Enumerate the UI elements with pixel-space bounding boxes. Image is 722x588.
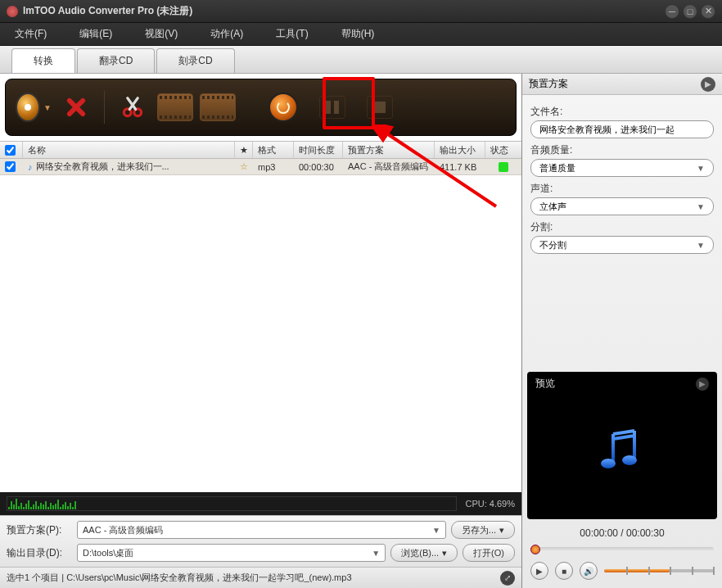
title-bar: ImTOO Audio Converter Pro (未注册) ─ □ ✕ xyxy=(0,0,722,23)
play-button[interactable]: ▶ xyxy=(530,562,548,580)
chevron-down-icon: ▼ xyxy=(697,164,705,173)
playback-slider[interactable] xyxy=(530,547,714,552)
menu-bar: 文件(F) 编辑(E) 视图(V) 动作(A) 工具(T) 帮助(H) xyxy=(0,23,722,46)
quality-combo[interactable]: 普通质量▼ xyxy=(530,159,714,177)
preview-title: 预览 xyxy=(535,377,555,391)
maximize-button[interactable]: □ xyxy=(683,4,697,19)
stop-icon xyxy=(374,102,386,113)
browse-button[interactable]: 浏览(B)...▾ xyxy=(390,544,458,562)
row-size: 411.7 KB xyxy=(435,159,485,174)
status-bar: 选中1 个项目 | C:\Users\pc\Music\网络安全教育视频，进来我… xyxy=(0,567,521,588)
expand-button[interactable]: ⤢ xyxy=(500,571,515,586)
tab-convert[interactable]: 转换 xyxy=(11,48,75,73)
header-format[interactable]: 格式 xyxy=(253,142,294,158)
channel-combo[interactable]: 立体声▼ xyxy=(530,197,714,215)
header-name[interactable]: 名称 xyxy=(23,142,235,158)
preset-panel-header: 预置方案 ▶ xyxy=(522,74,722,95)
main-tabs: 转换 翻录CD 刻录CD xyxy=(0,46,722,74)
output-dir-combo[interactable]: D:\tools\桌面 ▼ xyxy=(77,544,386,562)
x-icon xyxy=(65,96,88,119)
convert-button[interactable] xyxy=(265,89,301,125)
chevron-down-icon: ▼ xyxy=(697,241,705,250)
clip-button-2[interactable] xyxy=(200,89,236,125)
menu-edit[interactable]: 编辑(E) xyxy=(73,24,119,44)
chevron-down-icon: ▼ xyxy=(432,526,440,535)
bottom-controls: 预置方案(P): AAC - 高级音频编码 ▼ 另存为...▾ 输出目录(D):… xyxy=(0,515,521,567)
film-icon xyxy=(200,93,236,121)
cut-button[interactable] xyxy=(115,89,151,125)
convert-icon xyxy=(268,93,298,122)
film-icon xyxy=(157,93,193,121)
column-headers: 名称 ★ 格式 时间长度 预置方案 输出大小 状态 xyxy=(0,141,521,159)
chevron-down-icon: ▼ xyxy=(43,103,52,112)
preset-panel-title: 预置方案 xyxy=(529,77,568,91)
volume-button[interactable]: 🔊 xyxy=(580,562,598,580)
svg-point-3 xyxy=(622,455,637,465)
pause-button[interactable] xyxy=(319,96,345,119)
stop-playback-button[interactable]: ■ xyxy=(555,562,573,580)
header-duration[interactable]: 时间长度 xyxy=(294,142,343,158)
header-status[interactable]: 状态 xyxy=(485,142,521,158)
chevron-down-icon: ▾ xyxy=(499,525,504,536)
close-button[interactable]: ✕ xyxy=(701,4,715,19)
row-duration: 00:00:30 xyxy=(294,159,343,174)
preset-combo[interactable]: AAC - 高级音频编码 ▼ xyxy=(77,521,446,539)
remove-button[interactable] xyxy=(58,89,94,125)
filename-field[interactable]: 网络安全教育视频，进来我们一起 xyxy=(530,120,714,138)
menu-view[interactable]: 视图(V) xyxy=(138,24,184,44)
time-display: 00:00:00 / 00:00:30 xyxy=(522,524,722,542)
table-row[interactable]: ♪ 网络安全教育视频，进来我们一... ☆ mp3 00:00:30 AAC -… xyxy=(0,159,521,175)
row-favorite[interactable]: ☆ xyxy=(235,159,253,174)
row-format: mp3 xyxy=(253,159,294,174)
preview-panel: 预览 ▶ xyxy=(527,372,717,519)
volume-slider[interactable] xyxy=(604,569,714,572)
filename-label: 文件名: xyxy=(530,105,714,119)
stop-button[interactable] xyxy=(367,96,393,119)
cpu-bar: CPU: 4.69% xyxy=(0,492,521,515)
add-files-button[interactable]: ▼ xyxy=(16,89,52,125)
chevron-down-icon: ▼ xyxy=(697,202,705,211)
chevron-down-icon: ▼ xyxy=(372,549,380,558)
status-text: 选中1 个项目 | C:\Users\pc\Music\网络安全教育视频，进来我… xyxy=(7,572,352,584)
player-controls: ▶ ■ 🔊 xyxy=(522,557,722,588)
save-as-button[interactable]: 另存为...▾ xyxy=(451,521,515,539)
output-dir-value: D:\tools\桌面 xyxy=(83,547,133,559)
row-checkbox[interactable] xyxy=(5,161,16,172)
preset-value: AAC - 高级音频编码 xyxy=(83,524,163,536)
open-button[interactable]: 打开(O) xyxy=(463,544,515,562)
split-combo[interactable]: 不分割▼ xyxy=(530,236,714,254)
row-preset: AAC - 高级音频编码 xyxy=(343,159,435,174)
clip-button-1[interactable] xyxy=(157,89,193,125)
menu-action[interactable]: 动作(A) xyxy=(204,24,250,44)
file-list: ♪ 网络安全教育视频，进来我们一... ☆ mp3 00:00:30 AAC -… xyxy=(0,159,521,492)
menu-help[interactable]: 帮助(H) xyxy=(335,24,381,44)
quality-label: 音频质量: xyxy=(530,143,714,157)
music-notes-icon xyxy=(593,423,651,480)
chevron-down-icon: ▾ xyxy=(442,548,447,559)
tab-burn-cd[interactable]: 刻录CD xyxy=(156,48,234,73)
separator xyxy=(104,91,105,124)
tab-rip-cd[interactable]: 翻录CD xyxy=(77,48,155,73)
header-checkbox[interactable] xyxy=(0,142,23,158)
row-filename: 网络安全教育视频，进来我们一... xyxy=(36,161,169,173)
header-favorite[interactable]: ★ xyxy=(235,142,253,158)
menu-tools[interactable]: 工具(T) xyxy=(269,24,314,44)
slider-thumb-icon xyxy=(530,545,540,554)
header-output-size[interactable]: 输出大小 xyxy=(435,142,485,158)
preset-expand-button[interactable]: ▶ xyxy=(701,77,715,92)
header-preset[interactable]: 预置方案 xyxy=(343,142,435,158)
cpu-graph-icon xyxy=(7,496,457,511)
disc-icon xyxy=(16,93,40,122)
menu-file[interactable]: 文件(F) xyxy=(8,24,53,44)
scissors-icon xyxy=(120,95,145,120)
cpu-value: 4.69% xyxy=(490,499,515,509)
status-ready-icon xyxy=(499,162,508,172)
preview-expand-button[interactable]: ▶ xyxy=(696,378,709,391)
preset-label: 预置方案(P): xyxy=(7,523,72,537)
channel-label: 声道: xyxy=(530,182,714,196)
pause-icon xyxy=(326,101,339,114)
window-title: ImTOO Audio Converter Pro (未注册) xyxy=(23,4,661,18)
right-panel: 预置方案 ▶ 文件名: 网络安全教育视频，进来我们一起 音频质量: 普通质量▼ … xyxy=(522,74,722,588)
minimize-button[interactable]: ─ xyxy=(665,4,679,19)
app-logo-icon xyxy=(7,6,18,17)
